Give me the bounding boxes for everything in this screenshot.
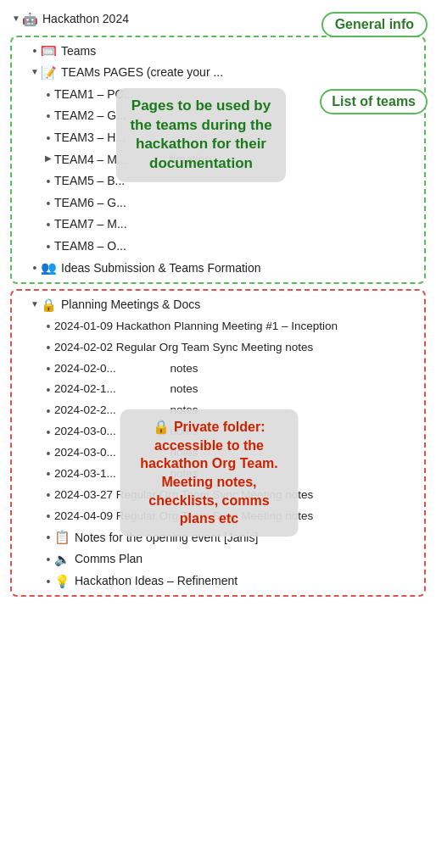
ideas-bullet [29,261,41,275]
pm9-bullet [42,488,54,502]
pm3-item[interactable]: 2024-02-0... notes [12,359,424,380]
pm9-label: 2024-03-27 Regular Org Team Sync Meeting… [54,487,313,504]
pm2-item[interactable]: 2024-02-02 Regular Org Team Sync Meeting… [12,337,424,359]
teams-icon: 🥅 [41,43,57,58]
team8-bullet [42,240,54,253]
pm5-label: 2024-02-2... notes [54,403,198,419]
page-container: General info List of teams 🤖 Hackathon 2… [0,0,436,610]
team1-label: TEAM1 – PC... [54,86,133,103]
pm7-item[interactable]: 2024-03-0... notes [12,442,424,464]
pm2-bullet [42,341,54,354]
planning-chevron [29,299,41,311]
pm10-item[interactable]: 2024-04-09 Regular Org Team Sync Meeting… [12,506,424,527]
team7-label: TEAM7 – M... [54,216,127,233]
root-label: Hackathon 2024 [42,11,129,28]
pm3-label: 2024-02-0... notes [54,361,198,377]
pm4-item[interactable]: 2024-02-1... notes [12,379,424,400]
team4-label: TEAM4 – M... timation [54,152,211,169]
team8-label: TEAM8 – O... [54,238,126,255]
hackathon-ideas-icon: 💡 [54,574,70,589]
team4-chevron [42,153,54,165]
planning-icon: 🔒 [41,298,57,313]
pm7-bullet [42,447,54,460]
team6-bullet [42,197,54,210]
root-icon: 🤖 [22,12,38,27]
planning-label: Planning Meetings & Docs [61,297,200,314]
root-chevron [10,14,22,25]
green-section-box: Pages to be used by the teams during the… [10,36,426,285]
ideas-icon: 👥 [41,260,57,275]
team2-item[interactable]: TEAM2 – G... [12,105,424,127]
team6-item[interactable]: TEAM6 – G... [12,192,424,214]
team5-bullet [42,175,54,188]
pm10-bullet [42,509,54,523]
teams-bullet [29,44,41,58]
team3-label: TEAM3 – H... [54,130,126,147]
teams-pages-chevron [29,67,41,79]
teams-pages-item[interactable]: 📝 TEAMs PAGES (create your ... [12,62,424,84]
team6-label: TEAM6 – G... [54,195,126,212]
pm7-label: 2024-03-0... notes [54,445,198,461]
notes-opening-label: Notes for the opening event [Janis] [75,530,258,547]
pm4-bullet [42,383,54,397]
pm6-item[interactable]: 2024-03-0... notes [12,421,424,442]
root-item[interactable]: 🤖 Hackathon 2024 [7,8,429,31]
team3-bullet [42,131,54,145]
ideas-label: Ideas Submission & Teams Formation [61,260,261,277]
comms-plan-icon: 🔈 [54,552,70,567]
teams-pages-icon: 📝 [41,65,57,81]
team2-bullet [42,109,54,123]
comms-plan-bullet [42,553,54,566]
pm8-bullet [42,467,54,481]
notes-opening-item[interactable]: 📋 Notes for the opening event [Janis] [12,527,424,549]
pm9-item[interactable]: 2024-03-27 Regular Org Team Sync Meeting… [12,485,424,506]
pm10-label: 2024-04-09 Regular Org Team Sync Meeting… [54,509,313,525]
team5-label: TEAM5 – B... [54,173,125,190]
team4-item[interactable]: TEAM4 – M... timation [12,149,424,171]
hackathon-ideas-label: Hackathon Ideas – Refinement [75,573,238,590]
pm8-label: 2024-03-1... notes [54,466,198,482]
pm2-label: 2024-02-02 Regular Org Team Sync Meeting… [54,340,313,356]
teams-item[interactable]: 🥅 Teams [12,41,424,63]
teams-pages-label: TEAMs PAGES (create your ... [61,64,223,81]
red-section-box: 🔒 Private folder: accessible to the hack… [10,289,426,597]
team7-bullet [42,218,54,231]
teams-label: Teams [61,43,96,60]
pm4-label: 2024-02-1... notes [54,381,198,398]
team1-bullet [42,88,54,102]
planning-root-item[interactable]: 🔒 Planning Meetings & Docs [12,294,424,316]
pm1-item[interactable]: 2024-01-09 Hackathon Planning Meeting #1… [12,316,424,337]
pm1-label: 2024-01-09 Hackathon Planning Meeting #1… [54,319,338,335]
team8-item[interactable]: TEAM8 – O... [12,236,424,258]
pm5-bullet [42,404,54,418]
notes-opening-bullet [42,531,54,544]
pm5-item[interactable]: 2024-02-2... notes [12,400,424,421]
pm8-item[interactable]: 2024-03-1... notes [12,464,424,485]
hackathon-ideas-bullet [42,575,54,588]
pm6-label: 2024-03-0... notes [54,424,198,440]
comms-plan-item[interactable]: 🔈 Comms Plan [12,548,424,570]
comms-plan-label: Comms Plan [75,551,143,568]
pm1-bullet [42,320,54,333]
pm3-bullet [42,362,54,376]
hackathon-ideas-item[interactable]: 💡 Hackathon Ideas – Refinement [12,570,424,593]
ideas-submission-item[interactable]: 👥 Ideas Submission & Teams Formation [12,258,424,280]
team3-item[interactable]: TEAM3 – H... [12,127,424,149]
team2-label: TEAM2 – G... [54,108,126,125]
notes-opening-icon: 📋 [54,530,70,545]
team7-item[interactable]: TEAM7 – M... [12,214,424,236]
team5-item[interactable]: TEAM5 – B... [12,170,424,192]
team1-item[interactable]: TEAM1 – PC... [12,84,424,106]
pm6-bullet [42,426,54,439]
